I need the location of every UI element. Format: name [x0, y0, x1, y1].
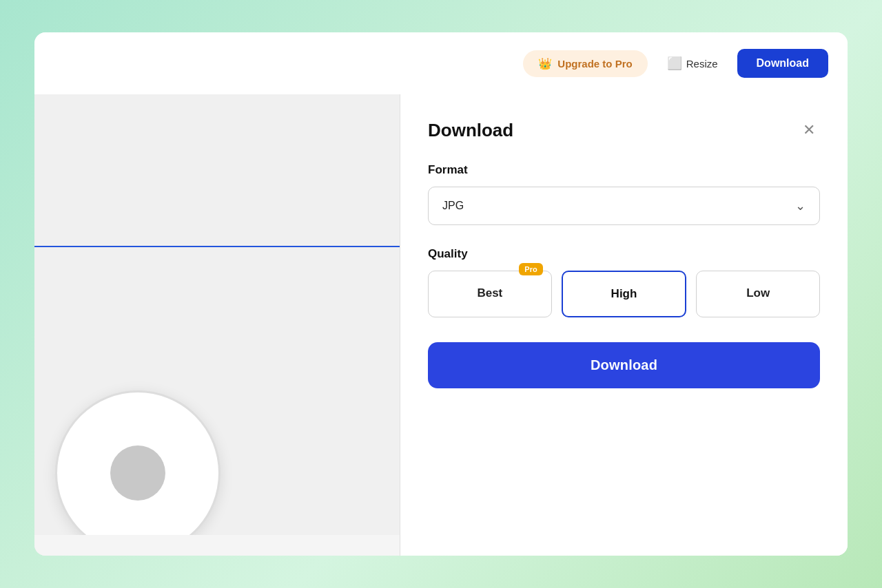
- panel-title: Download: [428, 120, 513, 141]
- blue-line: [34, 246, 400, 247]
- top-bar: 👑 Upgrade to Pro ⬜ Resize Download: [34, 32, 848, 94]
- pro-badge: Pro: [519, 263, 542, 275]
- resize-button[interactable]: ⬜ Resize: [656, 50, 729, 76]
- close-icon: ✕: [803, 121, 815, 139]
- resize-label: Resize: [686, 58, 718, 70]
- quality-options: Pro Best High Low: [428, 271, 820, 317]
- format-section: Format JPG ⌄: [428, 163, 820, 225]
- quality-low-label: Low: [746, 286, 770, 300]
- download-top-button[interactable]: Download: [737, 49, 828, 78]
- quality-high-label: High: [611, 287, 637, 300]
- download-top-label: Download: [757, 57, 809, 69]
- chevron-down-icon: ⌄: [795, 198, 806, 213]
- quality-option-best[interactable]: Pro Best: [428, 271, 552, 317]
- format-dropdown[interactable]: JPG ⌄: [428, 187, 820, 225]
- quality-option-high[interactable]: High: [562, 271, 687, 317]
- download-main-label: Download: [591, 357, 657, 372]
- close-button[interactable]: ✕: [798, 119, 820, 141]
- canvas-area: Download ✕ Format JPG ⌄ Quality: [34, 94, 848, 556]
- quality-section: Quality Pro Best High Low: [428, 247, 820, 317]
- download-main-button[interactable]: Download: [428, 342, 820, 388]
- format-selected-value: JPG: [442, 200, 464, 212]
- app-container: 👑 Upgrade to Pro ⬜ Resize Download Downl…: [34, 32, 848, 556]
- earphone-shape: [55, 390, 220, 556]
- product-image: [34, 315, 241, 556]
- quality-option-low[interactable]: Low: [696, 271, 820, 317]
- earphone-inner: [110, 445, 165, 501]
- resize-icon: ⬜: [667, 56, 682, 71]
- download-panel: Download ✕ Format JPG ⌄ Quality: [400, 94, 848, 556]
- format-label: Format: [428, 163, 820, 177]
- quality-label: Quality: [428, 247, 820, 261]
- quality-best-label: Best: [477, 286, 502, 300]
- canvas-preview: [34, 94, 400, 556]
- crown-icon: 👑: [538, 57, 552, 70]
- upgrade-label: Upgrade to Pro: [557, 58, 632, 70]
- upgrade-to-pro-button[interactable]: 👑 Upgrade to Pro: [523, 50, 647, 77]
- panel-header: Download ✕: [428, 119, 820, 141]
